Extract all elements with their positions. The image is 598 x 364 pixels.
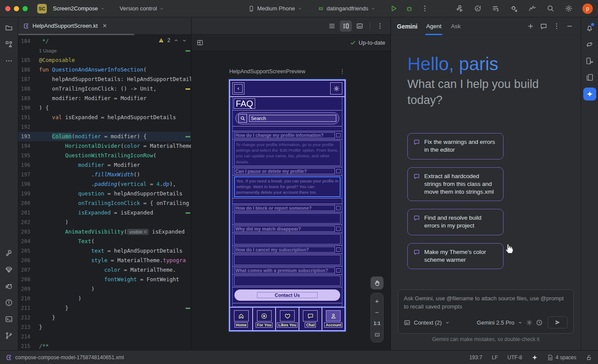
code-line[interactable]: 185@Composable [18, 55, 191, 65]
settings-icon[interactable] [562, 3, 575, 15]
code-line[interactable]: 214 [18, 332, 191, 341]
code-line[interactable]: 189 modifier: Modifier = Modifier [18, 94, 191, 103]
code-line[interactable]: 187 helpAndSupportDetails: HelpAndSuppor… [18, 75, 191, 84]
faq-question[interactable]: What comes with a premium subscription? [233, 266, 342, 275]
nav-account[interactable]: Account [322, 308, 344, 330]
faq-answer[interactable] [234, 276, 341, 286]
code-line[interactable]: 201 isExpanded = isExpanded [18, 208, 191, 218]
new-chat-button[interactable] [525, 21, 536, 32]
minimize-window-icon[interactable] [14, 6, 19, 11]
close-tab-icon[interactable]: ✕ [102, 23, 107, 29]
suggestion-card[interactable]: Fix the warnings and errors in the edito… [407, 133, 504, 159]
user-avatar[interactable]: p [582, 3, 593, 14]
panel-options-button[interactable] [551, 21, 562, 32]
gradle-icon[interactable] [584, 38, 596, 50]
close-window-icon[interactable] [5, 6, 10, 11]
suggestion-card[interactable]: Find and resolve build errors in my proj… [407, 209, 504, 235]
history-icon[interactable] [536, 319, 543, 326]
code-line[interactable]: 193 Column(modifier = modifier) { [18, 132, 191, 141]
tab-agent[interactable]: Agent [425, 17, 442, 35]
nav-home[interactable]: Home [230, 308, 253, 330]
preview-name[interactable]: HelpAndSupportScreenPreview [229, 68, 306, 75]
problems-icon[interactable] [3, 296, 15, 309]
version-control-icon[interactable] [3, 329, 15, 341]
kebab-menu-icon[interactable] [339, 68, 345, 75]
nav-likes-you[interactable]: Likes You [276, 308, 299, 330]
faq-answer[interactable] [234, 213, 341, 224]
hide-panel-button[interactable] [564, 21, 575, 32]
window-controls[interactable] [5, 6, 28, 11]
code-line[interactable]: 191 val isExpanded = helpAndSupportDetai… [18, 113, 191, 122]
chat-history-button[interactable] [538, 21, 549, 32]
running-devices-icon[interactable] [584, 71, 596, 83]
build-run-icon[interactable] [453, 3, 465, 15]
suggestion-card[interactable]: Make my Theme's color scheme warmer [407, 243, 504, 269]
project-folder-icon[interactable] [3, 22, 15, 34]
attach-image-icon[interactable] [404, 319, 410, 326]
resource-manager-icon[interactable] [3, 38, 15, 50]
zoom-actual-button[interactable]: 1:1 [371, 318, 383, 329]
code-line[interactable]: 197 .fillMaxWidth() [18, 170, 191, 179]
build-icon[interactable] [3, 247, 15, 259]
code-line[interactable]: 215/** [18, 341, 191, 350]
split-view-button[interactable] [340, 20, 352, 32]
code-line[interactable]: 198 .padding(vertical = 4.dp), [18, 179, 191, 189]
debug-button[interactable] [403, 3, 415, 15]
more-actions-button[interactable] [419, 3, 431, 15]
suggestion-card[interactable]: Extract all hardcoded strings from this … [407, 167, 504, 202]
code-line[interactable]: 200 onTrailingIconClick = { onTrailing [18, 198, 191, 208]
code-line[interactable]: 186fun QuestionAndAnswerInfoSection( [18, 65, 191, 75]
code-line[interactable]: 196 modifier = Modifier [18, 160, 191, 170]
maximize-window-icon[interactable] [23, 6, 28, 11]
nav-for-you[interactable]: For You [253, 308, 276, 330]
code-line[interactable]: 208 fontWeight = FontWeight [18, 275, 191, 284]
phone-preview[interactable]: ‹ FAQ Search [229, 80, 345, 331]
sync-translate-icon[interactable]: A [471, 3, 484, 15]
faq-question[interactable]: How do I change my profile information? [233, 131, 342, 140]
nav-chat[interactable]: Chat [299, 308, 322, 330]
run-configuration-selector[interactable]: datingandfriends [315, 3, 378, 13]
context-selector[interactable]: Context (2) [414, 319, 442, 326]
code-line[interactable]: 202 ) [18, 218, 191, 227]
caret-position[interactable]: 193:7 [469, 354, 482, 361]
search-everywhere-icon[interactable] [544, 3, 556, 15]
expand-toggle-icon[interactable] [336, 268, 341, 273]
faq-answer[interactable] [234, 255, 341, 265]
expand-toggle-icon[interactable] [336, 169, 341, 173]
device-manager-icon[interactable] [584, 55, 596, 67]
gemini-icon[interactable] [583, 88, 596, 101]
settings-button[interactable] [330, 82, 342, 94]
profiler-icon[interactable] [526, 3, 538, 15]
code-line[interactable]: 211 } [18, 303, 191, 313]
layout-mode-icon[interactable] [197, 39, 203, 46]
back-button[interactable]: ‹ [232, 82, 244, 94]
prev-warning-icon[interactable] [174, 38, 179, 43]
terminal-icon[interactable] [3, 313, 15, 325]
file-lock-toggle[interactable] [586, 354, 592, 361]
tab-ask[interactable]: Ask [450, 17, 462, 35]
contact-us-button[interactable]: Contact Us [234, 289, 340, 301]
code-line[interactable]: 203 AnimatedVisibility(visible = isExpan… [18, 227, 191, 237]
editor-tab[interactable]: HelpAndSupportScreen.kt ✕ [18, 17, 112, 34]
code-line[interactable]: 195 QuestionWithTrailingIconRow( [18, 151, 191, 160]
line-separator[interactable]: LF [492, 354, 498, 361]
zoom-in-button[interactable]: + [371, 295, 383, 306]
file-encoding[interactable]: UTF-8 [507, 354, 522, 361]
faq-question[interactable]: Can I pause or delete my profile? [233, 167, 342, 176]
faq-answer[interactable]: To change your profile information, go t… [234, 140, 341, 166]
preview-canvas[interactable]: HelpAndSupportScreenPreview ‹ FAQ [192, 51, 390, 350]
expand-toggle-icon[interactable] [336, 206, 341, 210]
code-usage-hint-row[interactable]: 1 Usage [18, 46, 191, 55]
model-selector[interactable]: Gemini 2.5 Pro [477, 319, 514, 326]
code-line[interactable]: 207 color = MaterialTheme. [18, 265, 191, 275]
expand-toggle-icon[interactable] [336, 247, 341, 252]
zoom-out-button[interactable]: − [371, 306, 383, 318]
app-quality-insights-icon[interactable] [3, 263, 15, 276]
code-line[interactable]: 194 HorizontalDivider(color = MaterialTh… [18, 141, 191, 151]
faq-question[interactable]: How do I block or report someone? [233, 204, 342, 212]
faq-answer[interactable]: Yes. If you need a break, you can pause … [234, 176, 341, 197]
preview-menu-button[interactable] [374, 20, 386, 32]
vcs-widget[interactable]: Version control [117, 3, 166, 13]
code-line[interactable]: 204 Text( [18, 237, 191, 246]
next-warning-icon[interactable] [182, 38, 187, 43]
